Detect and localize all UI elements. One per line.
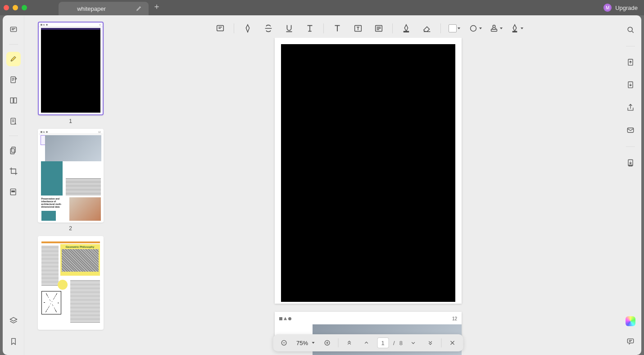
content-shell: ✕ 1 12 Preservation and inheritance of a… [3, 15, 641, 355]
svg-rect-14 [512, 31, 517, 32]
ai-assistant-icon[interactable] [626, 316, 635, 326]
canvas-scroll[interactable]: 12 [117, 38, 620, 355]
maximize-window-button[interactable] [22, 5, 27, 10]
svg-point-11 [470, 26, 476, 32]
thumbnail-panel[interactable]: ✕ 1 12 Preservation and inheritance of a… [24, 15, 117, 355]
thumbnail-item[interactable]: 12 Preservation and inheritance of archi… [38, 129, 104, 232]
text-style-button[interactable] [303, 21, 317, 36]
note-button[interactable] [213, 21, 227, 36]
avatar[interactable]: M [603, 4, 612, 12]
eraser-button[interactable] [420, 21, 434, 36]
print-icon[interactable] [624, 157, 637, 169]
title-bar: whitepaper M Upgrade [0, 0, 644, 15]
thumbnail-page-3[interactable]: Geometric Philosophy [38, 236, 104, 330]
svg-rect-4 [10, 149, 14, 154]
thumbnail-page-1[interactable]: ✕ [38, 22, 104, 115]
thumbnail-page-2[interactable]: 12 Preservation and inheritance of archi… [38, 129, 104, 223]
app-window: whitepaper M Upgrade [0, 0, 644, 355]
canvas-area: 12 75% 1 / 8 [117, 15, 620, 355]
rail-divider [626, 146, 635, 147]
page-1-image [281, 44, 455, 302]
window-controls [4, 5, 27, 10]
paragraph-button[interactable] [372, 21, 386, 36]
signature-dropdown[interactable] [509, 21, 524, 36]
highlight-color-button[interactable] [399, 21, 413, 36]
mail-icon[interactable] [624, 124, 637, 137]
rail-divider [626, 46, 635, 46]
svg-point-17 [628, 27, 632, 32]
bookmark-icon[interactable] [7, 335, 20, 348]
svg-rect-23 [627, 339, 633, 343]
redact-tool-icon[interactable] [7, 186, 20, 198]
search-icon[interactable] [624, 23, 637, 36]
current-page-value: 1 [381, 340, 384, 346]
chat-icon[interactable] [624, 335, 637, 348]
close-bar-button[interactable] [446, 337, 459, 349]
thumbnail-item[interactable]: ✕ 1 [38, 22, 104, 124]
rail-divider [9, 136, 18, 136]
format-toolbar [117, 19, 620, 38]
tab-title-label: whitepaper [65, 5, 118, 12]
crop-tool-icon[interactable] [7, 165, 20, 178]
shape-dropdown[interactable] [468, 21, 482, 36]
last-page-button[interactable] [424, 337, 437, 349]
zoom-in-button[interactable] [321, 337, 333, 349]
close-window-button[interactable] [4, 5, 9, 10]
minimize-window-button[interactable] [13, 5, 18, 10]
form-tool-icon[interactable] [7, 115, 20, 127]
first-page-button[interactable] [343, 337, 355, 349]
zoom-page-bar: 75% 1 / 8 [273, 334, 463, 351]
prev-page-button[interactable] [360, 337, 372, 349]
zoom-level-dropdown[interactable]: 75% [295, 340, 316, 346]
page-separator: / [393, 340, 395, 346]
title-bar-right: M Upgrade [603, 4, 644, 12]
reader-tool-icon[interactable] [7, 94, 20, 107]
save-file-icon[interactable] [624, 79, 637, 91]
upgrade-button[interactable]: Upgrade [615, 5, 638, 11]
document-tab[interactable]: whitepaper [59, 2, 149, 15]
export-file-icon[interactable] [624, 56, 637, 69]
strikethrough-button[interactable] [261, 21, 276, 36]
svg-rect-6 [11, 191, 14, 192]
avatar-initial: M [606, 5, 609, 10]
layers-icon[interactable] [7, 314, 20, 327]
share-icon[interactable] [624, 101, 637, 114]
rail-divider [9, 44, 18, 45]
underline-button[interactable] [282, 21, 296, 36]
textbox-button[interactable] [351, 21, 365, 36]
zoom-out-button[interactable] [277, 337, 290, 349]
fill-color-dropdown[interactable] [447, 21, 462, 36]
thumbnail-item[interactable]: Geometric Philosophy [38, 236, 104, 330]
pen-button[interactable] [240, 21, 255, 36]
comment-tool-icon[interactable] [7, 23, 20, 36]
page-2-number: 12 [452, 316, 457, 321]
highlighter-tool-icon[interactable] [7, 53, 20, 65]
svg-rect-1 [11, 77, 15, 82]
current-page-input[interactable]: 1 [377, 337, 389, 348]
annotate-tool-icon[interactable] [7, 73, 20, 86]
svg-rect-0 [10, 27, 16, 32]
document-page-1[interactable] [275, 38, 462, 304]
svg-rect-13 [491, 29, 497, 32]
thumbnail-number: 2 [69, 225, 72, 232]
svg-point-12 [493, 25, 495, 28]
page-2-header: 12 [279, 315, 457, 322]
thumbnail-number: 1 [69, 118, 72, 124]
zoom-value-label: 75% [296, 340, 308, 346]
svg-rect-3 [11, 147, 15, 153]
svg-rect-20 [627, 128, 633, 132]
new-tab-button[interactable] [153, 3, 160, 13]
svg-rect-10 [404, 31, 408, 32]
text-insert-button[interactable] [330, 21, 345, 36]
pages-tool-icon[interactable] [7, 144, 20, 157]
thumbnail-2-title: Preservation and inheritance of architec… [41, 197, 68, 208]
left-toolbar [3, 15, 24, 355]
pencil-icon[interactable] [136, 5, 142, 13]
stamp-dropdown[interactable] [489, 21, 503, 36]
thumbnail-3-title: Geometric Philosophy [62, 246, 99, 248]
total-pages-label: 8 [399, 340, 403, 346]
next-page-button[interactable] [407, 337, 420, 349]
page-header-shapes-icon [279, 317, 291, 320]
right-toolbar [620, 15, 641, 355]
